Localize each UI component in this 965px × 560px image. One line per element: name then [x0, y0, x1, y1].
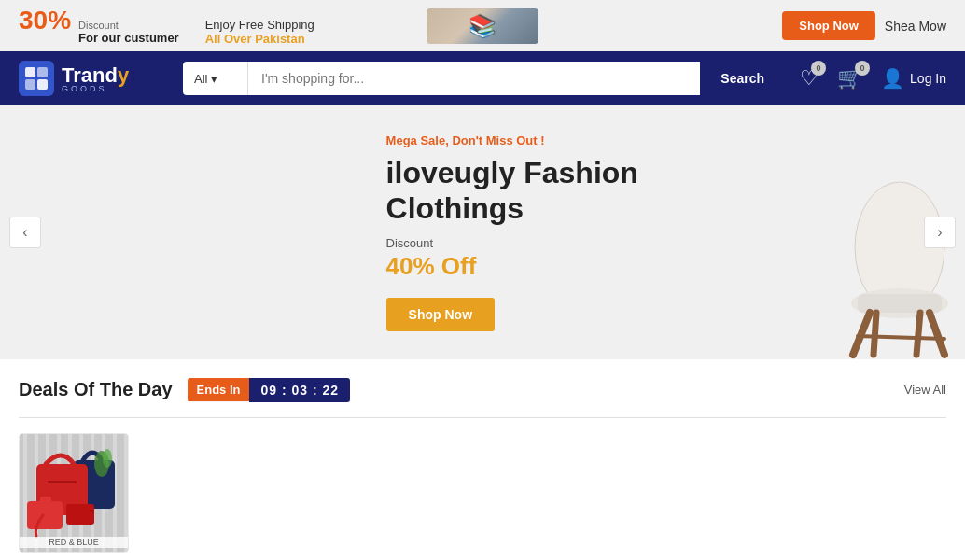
svg-rect-3	[37, 79, 48, 90]
chevron-right-icon: ›	[937, 224, 942, 241]
deals-title: Deals Of The Day	[19, 379, 173, 400]
search-category-dropdown[interactable]: All ▾	[183, 62, 248, 95]
hero-title: iloveugly Fashion Clothings	[386, 155, 909, 227]
hero-discount-label: Discount	[386, 236, 909, 250]
logo-text-wrap: Trand y GOODS	[62, 63, 129, 93]
discount-text: Discount For our custumer	[78, 20, 179, 45]
deals-section: Deals Of The Day Ends In 09 : 03 : 22 Vi…	[0, 359, 965, 560]
svg-rect-26	[27, 501, 63, 529]
user-icon: 👤	[881, 67, 904, 90]
svg-rect-27	[40, 497, 51, 504]
hero-prev-button[interactable]: ‹	[9, 217, 41, 248]
logo-icon	[19, 61, 54, 96]
chevron-down-icon: ▾	[211, 72, 217, 86]
hero-tag: Mega Sale, Don't Miss Out !	[386, 133, 909, 147]
books-image	[427, 8, 538, 44]
svg-rect-2	[25, 79, 35, 90]
search-input[interactable]	[248, 62, 700, 95]
hero-content: Mega Sale, Don't Miss Out ! iloveugly Fa…	[0, 105, 965, 359]
discount-label: Discount	[78, 20, 179, 31]
top-bar-discount: 30% Discount For our custumer Enjoy Free…	[19, 6, 315, 46]
login-button[interactable]: 👤 Log In	[881, 67, 946, 90]
product-grid: RED & BLUE RsRs2,499.00 Rs3,000.00 Chloe…	[19, 433, 946, 560]
login-label: Log In	[910, 71, 946, 86]
top-bar-right: Shop Now Shea Mow	[782, 11, 946, 40]
logo-suffix: y	[118, 63, 129, 88]
product-card[interactable]: RED & BLUE RsRs2,499.00 Rs3,000.00 Chloe…	[19, 433, 129, 560]
deals-ends-in-label: Ends In	[188, 378, 250, 401]
search-button[interactable]: Search	[700, 62, 785, 95]
svg-rect-0	[25, 67, 35, 77]
discount-percent: 30%	[19, 6, 71, 35]
header-icons: ♡ 0 🛒 0 👤 Log In	[800, 66, 946, 91]
hero-banner: ‹ Mega Sale, Don't Miss Out ! iloveugly …	[0, 105, 965, 359]
svg-rect-28	[66, 504, 94, 525]
wishlist-badge: 0	[811, 61, 826, 76]
shipping-highlight: All Over Pakistan	[205, 32, 315, 46]
wishlist-button[interactable]: ♡ 0	[800, 66, 818, 91]
product-image: RED & BLUE	[19, 433, 129, 553]
hero-next-button[interactable]: ›	[924, 217, 956, 248]
chevron-left-icon: ‹	[22, 224, 27, 241]
svg-rect-25	[48, 481, 77, 483]
search-bar: All ▾ Search	[183, 62, 785, 95]
top-bar: 30% Discount For our custumer Enjoy Free…	[0, 0, 965, 51]
svg-rect-1	[37, 67, 48, 77]
view-all-link[interactable]: View All	[904, 383, 946, 397]
hero-shop-button[interactable]: Shop Now	[386, 298, 495, 331]
top-bar-center-image	[427, 8, 538, 44]
top-shop-now-button[interactable]: Shop Now	[782, 11, 875, 40]
deals-divider	[19, 417, 946, 418]
user-name: Shea Mow	[885, 19, 946, 34]
bag-svg	[20, 434, 129, 553]
cart-button[interactable]: 🛒 0	[837, 66, 862, 91]
discount-sublabel: For our custumer	[78, 31, 179, 45]
deals-header: Deals Of The Day Ends In 09 : 03 : 22 Vi…	[19, 378, 946, 402]
logo[interactable]: Trand y GOODS	[19, 61, 168, 96]
product-color-label: RED & BLUE	[20, 537, 128, 548]
bag-illustration: RED & BLUE	[20, 434, 128, 552]
cart-badge: 0	[855, 61, 870, 76]
deals-timer: Ends In 09 : 03 : 22	[188, 378, 351, 402]
shipping-text: Enjoy Free Shipping	[205, 18, 315, 32]
deals-countdown: 09 : 03 : 22	[249, 378, 350, 402]
header: Trand y GOODS All ▾ Search ♡ 0 🛒 0 👤 Log…	[0, 51, 965, 105]
hero-discount-value: 40% Off	[386, 252, 909, 281]
shipping-info: Enjoy Free Shipping All Over Pakistan	[205, 18, 315, 46]
svg-point-30	[103, 449, 112, 468]
